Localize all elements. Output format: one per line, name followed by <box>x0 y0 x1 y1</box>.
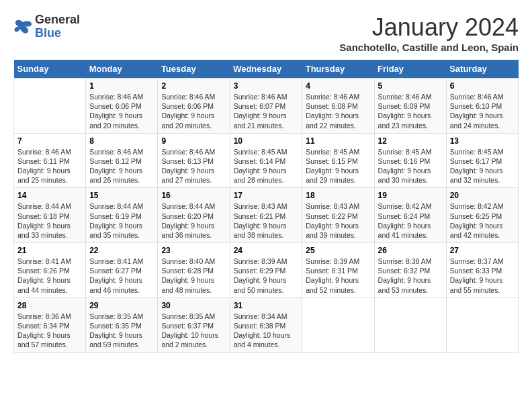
day-number: 19 <box>378 191 443 200</box>
calendar-header: SundayMondayTuesdayWednesdayThursdayFrid… <box>14 60 519 79</box>
calendar-cell: 4Sunrise: 8:46 AM Sunset: 6:08 PM Daylig… <box>302 79 374 134</box>
logo-blue: Blue <box>35 27 80 40</box>
day-number: 16 <box>161 191 226 200</box>
calendar-cell: 11Sunrise: 8:45 AM Sunset: 6:15 PM Dayli… <box>302 133 374 188</box>
calendar-cell: 22Sunrise: 8:41 AM Sunset: 6:27 PM Dayli… <box>86 243 158 298</box>
day-number: 5 <box>378 81 443 91</box>
day-number: 18 <box>306 191 370 200</box>
day-number: 30 <box>161 301 226 310</box>
day-number: 26 <box>378 246 443 255</box>
day-number: 17 <box>234 191 299 200</box>
cell-content: Sunrise: 8:46 AM Sunset: 6:07 PM Dayligh… <box>234 92 299 130</box>
calendar-cell: 5Sunrise: 8:46 AM Sunset: 6:09 PM Daylig… <box>374 79 446 134</box>
weekday-header: Saturday <box>446 60 518 79</box>
cell-content: Sunrise: 8:37 AM Sunset: 6:33 PM Dayligh… <box>450 257 515 295</box>
weekday-header: Tuesday <box>158 60 230 79</box>
calendar-cell: 26Sunrise: 8:38 AM Sunset: 6:32 PM Dayli… <box>374 243 446 298</box>
day-number: 20 <box>450 191 515 200</box>
cell-content: Sunrise: 8:46 AM Sunset: 6:12 PM Dayligh… <box>89 147 154 185</box>
day-number: 12 <box>378 136 443 146</box>
cell-content: Sunrise: 8:45 AM Sunset: 6:14 PM Dayligh… <box>234 147 299 185</box>
day-number: 9 <box>161 136 226 146</box>
calendar-cell: 30Sunrise: 8:35 AM Sunset: 6:37 PM Dayli… <box>158 298 230 353</box>
calendar-cell: 6Sunrise: 8:46 AM Sunset: 6:10 PM Daylig… <box>446 79 518 134</box>
logo-bird-icon <box>13 19 32 34</box>
day-number: 3 <box>234 81 299 91</box>
calendar-cell <box>374 298 446 353</box>
cell-content: Sunrise: 8:43 AM Sunset: 6:21 PM Dayligh… <box>234 201 299 240</box>
day-number: 2 <box>161 81 226 91</box>
cell-content: Sunrise: 8:46 AM Sunset: 6:13 PM Dayligh… <box>161 147 226 185</box>
cell-content: Sunrise: 8:44 AM Sunset: 6:18 PM Dayligh… <box>17 201 82 240</box>
day-number: 14 <box>17 191 82 200</box>
calendar-body: 1Sunrise: 8:46 AM Sunset: 6:06 PM Daylig… <box>14 79 519 353</box>
calendar-table: SundayMondayTuesdayWednesdayThursdayFrid… <box>13 60 519 353</box>
calendar-cell <box>302 298 374 353</box>
calendar-cell: 25Sunrise: 8:39 AM Sunset: 6:31 PM Dayli… <box>302 243 374 298</box>
weekday-row: SundayMondayTuesdayWednesdayThursdayFrid… <box>14 60 519 79</box>
day-number: 1 <box>89 81 154 91</box>
calendar-cell: 12Sunrise: 8:45 AM Sunset: 6:16 PM Dayli… <box>374 133 446 188</box>
calendar-cell: 20Sunrise: 8:42 AM Sunset: 6:25 PM Dayli… <box>446 188 518 243</box>
calendar-cell: 9Sunrise: 8:46 AM Sunset: 6:13 PM Daylig… <box>158 133 230 188</box>
calendar-cell: 31Sunrise: 8:34 AM Sunset: 6:38 PM Dayli… <box>230 298 302 353</box>
cell-content: Sunrise: 8:46 AM Sunset: 6:10 PM Dayligh… <box>450 92 515 130</box>
calendar-week-row: 7Sunrise: 8:46 AM Sunset: 6:11 PM Daylig… <box>14 133 519 188</box>
cell-content: Sunrise: 8:34 AM Sunset: 6:38 PM Dayligh… <box>234 312 299 350</box>
calendar-cell: 19Sunrise: 8:42 AM Sunset: 6:24 PM Dayli… <box>374 188 446 243</box>
day-number: 22 <box>89 246 154 255</box>
cell-content: Sunrise: 8:40 AM Sunset: 6:28 PM Dayligh… <box>161 257 226 295</box>
calendar-cell: 21Sunrise: 8:41 AM Sunset: 6:26 PM Dayli… <box>14 243 86 298</box>
title-section: January 2024 Sanchotello, Castille and L… <box>339 13 519 53</box>
header: General Blue January 2024 Sanchotello, C… <box>13 13 519 53</box>
cell-content: Sunrise: 8:35 AM Sunset: 6:35 PM Dayligh… <box>89 312 154 350</box>
cell-content: Sunrise: 8:35 AM Sunset: 6:37 PM Dayligh… <box>161 312 226 350</box>
cell-content: Sunrise: 8:36 AM Sunset: 6:34 PM Dayligh… <box>17 312 82 350</box>
day-number: 23 <box>161 246 226 255</box>
calendar-cell: 29Sunrise: 8:35 AM Sunset: 6:35 PM Dayli… <box>86 298 158 353</box>
calendar-cell: 18Sunrise: 8:43 AM Sunset: 6:22 PM Dayli… <box>302 188 374 243</box>
cell-content: Sunrise: 8:41 AM Sunset: 6:27 PM Dayligh… <box>89 257 154 295</box>
cell-content: Sunrise: 8:46 AM Sunset: 6:09 PM Dayligh… <box>378 92 443 130</box>
logo-general: General <box>35 13 80 27</box>
cell-content: Sunrise: 8:46 AM Sunset: 6:06 PM Dayligh… <box>89 92 154 130</box>
day-number: 15 <box>89 191 154 200</box>
day-number: 25 <box>306 246 370 255</box>
cell-content: Sunrise: 8:42 AM Sunset: 6:25 PM Dayligh… <box>450 201 515 240</box>
day-number: 4 <box>306 81 370 91</box>
day-number: 31 <box>234 301 299 310</box>
day-number: 28 <box>17 301 82 310</box>
day-number: 11 <box>306 136 370 146</box>
calendar-cell <box>446 298 518 353</box>
calendar-cell: 16Sunrise: 8:44 AM Sunset: 6:20 PM Dayli… <box>158 188 230 243</box>
day-number: 6 <box>450 81 515 91</box>
day-number: 13 <box>450 136 515 146</box>
day-number: 21 <box>17 246 82 255</box>
cell-content: Sunrise: 8:45 AM Sunset: 6:15 PM Dayligh… <box>306 147 370 185</box>
day-number: 29 <box>89 301 154 310</box>
cell-content: Sunrise: 8:44 AM Sunset: 6:19 PM Dayligh… <box>89 201 154 240</box>
cell-content: Sunrise: 8:45 AM Sunset: 6:17 PM Dayligh… <box>450 147 515 185</box>
cell-content: Sunrise: 8:43 AM Sunset: 6:22 PM Dayligh… <box>306 201 370 240</box>
day-number: 10 <box>234 136 299 146</box>
cell-content: Sunrise: 8:46 AM Sunset: 6:08 PM Dayligh… <box>306 92 370 130</box>
cell-content: Sunrise: 8:42 AM Sunset: 6:24 PM Dayligh… <box>378 201 443 240</box>
cell-content: Sunrise: 8:41 AM Sunset: 6:26 PM Dayligh… <box>17 257 82 295</box>
weekday-header: Wednesday <box>230 60 302 79</box>
cell-content: Sunrise: 8:39 AM Sunset: 6:29 PM Dayligh… <box>234 257 299 295</box>
calendar-cell: 24Sunrise: 8:39 AM Sunset: 6:29 PM Dayli… <box>230 243 302 298</box>
calendar-cell: 28Sunrise: 8:36 AM Sunset: 6:34 PM Dayli… <box>14 298 86 353</box>
cell-content: Sunrise: 8:44 AM Sunset: 6:20 PM Dayligh… <box>161 201 226 240</box>
day-number: 24 <box>234 246 299 255</box>
calendar-cell: 14Sunrise: 8:44 AM Sunset: 6:18 PM Dayli… <box>14 188 86 243</box>
calendar-cell: 27Sunrise: 8:37 AM Sunset: 6:33 PM Dayli… <box>446 243 518 298</box>
calendar-title: January 2024 <box>339 13 519 42</box>
calendar-cell: 3Sunrise: 8:46 AM Sunset: 6:07 PM Daylig… <box>230 79 302 134</box>
calendar-cell: 23Sunrise: 8:40 AM Sunset: 6:28 PM Dayli… <box>158 243 230 298</box>
calendar-cell: 7Sunrise: 8:46 AM Sunset: 6:11 PM Daylig… <box>14 133 86 188</box>
calendar-cell: 2Sunrise: 8:46 AM Sunset: 6:06 PM Daylig… <box>158 79 230 134</box>
weekday-header: Sunday <box>14 60 86 79</box>
calendar-subtitle: Sanchotello, Castille and Leon, Spain <box>339 42 519 53</box>
cell-content: Sunrise: 8:45 AM Sunset: 6:16 PM Dayligh… <box>378 147 443 185</box>
calendar-cell <box>14 79 86 134</box>
